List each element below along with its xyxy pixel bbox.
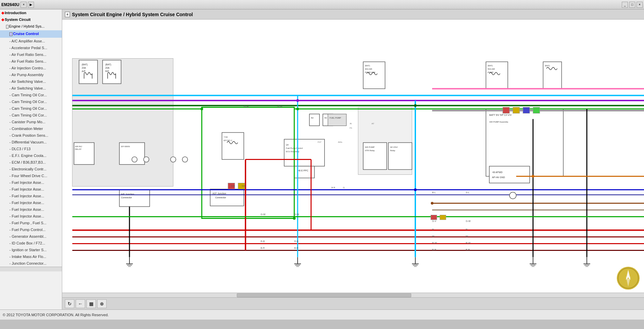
svg-text:55A AIR: 55A AIR (488, 68, 495, 70)
svg-rect-130 (533, 107, 540, 113)
window-minimize-button[interactable]: _ (622, 2, 628, 8)
status-bar: © 2012 TOYOTA MOTOR CORPORATION. All Rig… (0, 309, 644, 320)
sidebar-item-crank-position[interactable]: - Crank Position Sens... (0, 132, 62, 139)
sidebar-item-efi-engine[interactable]: - E.F.I. Engine Coola... (0, 152, 62, 159)
zoom-button[interactable]: ⊕ (97, 299, 107, 308)
forward-button[interactable]: ▶ (28, 2, 34, 8)
sidebar-scrollbar[interactable] (0, 267, 62, 271)
horizontal-scrollbar[interactable] (62, 293, 644, 297)
bottom-toolbar: ↻ ← ▦ ⊕ (62, 297, 644, 309)
sidebar-item-fuel-injector-3[interactable]: - Fuel Injector Asse... (0, 193, 62, 199)
svg-text:R-W: R-W (432, 242, 437, 244)
svg-text:Connector: Connector (215, 196, 226, 199)
sidebar-item-fuel-injector-5[interactable]: - Fuel Injector Asse... (0, 206, 62, 213)
sidebar-item-intake-mass-air[interactable]: - Intake Mass Air Flo... (0, 253, 62, 260)
svg-text:R: R (466, 228, 467, 231)
svg-point-115 (296, 108, 299, 110)
sidebar-item-fuel-injector-2[interactable]: - Fuel Injector Asse... (0, 186, 62, 193)
sidebar-item-air-fuel-ratio-2[interactable]: - Air Fuel Ratio Sens... (0, 58, 62, 65)
svg-rect-36 (328, 114, 346, 126)
sidebar-item-air-pump-assembly[interactable]: - Air Pump Assembly (0, 71, 62, 78)
svg-text:A37 Junction: A37 Junction (213, 192, 226, 195)
svg-text:AIR PUMP: AIR PUMP (365, 146, 375, 148)
refresh-button[interactable]: ↻ (65, 299, 74, 308)
svg-point-126 (182, 157, 188, 162)
window-maximize-button[interactable]: □ (629, 2, 635, 8)
svg-point-125 (171, 157, 176, 162)
sidebar-item-generator-assembly[interactable]: - Generator Assembl... (0, 233, 62, 240)
sidebar-item-accelerator-pedal[interactable]: - Accelerator Pedal S... (0, 44, 62, 51)
sidebar-item-fuel-injector-1[interactable]: - Fuel Injector Asse... (0, 179, 62, 186)
sidebar-item-fuel-pump-ctrl[interactable]: - Fuel Pump Control... (0, 226, 62, 233)
svg-text:20A: 20A (82, 67, 86, 69)
sidebar-item-electronically-ctrl[interactable]: - Electronically Contr... (0, 166, 62, 172)
svg-rect-28 (284, 139, 325, 166)
svg-text:A/P: A/P (82, 70, 86, 72)
svg-text:BATT  5/V  5/P  C/I  V/V: BATT 5/V 5/P C/I V/V (489, 114, 512, 116)
svg-text:R-B: R-B (294, 240, 298, 242)
svg-rect-133 (431, 215, 437, 220)
svg-point-117 (414, 104, 417, 107)
sidebar-item-ac-amplifier[interactable]: - A/C Amplifier Asse... (0, 38, 62, 44)
sidebar-item-combination-meter[interactable]: - Combination Meter (0, 125, 62, 132)
sidebar-item-fuel-injector-4[interactable]: - Fuel Injector Asse... (0, 199, 62, 206)
sidebar-item-id-code-box[interactable]: - ID Code Box / F72... (0, 240, 62, 246)
sidebar-item-cruise-control[interactable]: □Cruise Control (0, 30, 62, 38)
svg-text:B-R: B-R (466, 249, 470, 251)
svg-text:W: W (466, 235, 468, 237)
copyright-text: © 2012 TOYOTA MOTOR CORPORATION. All Rig… (3, 313, 109, 317)
sidebar-item-air-injection-ctrl[interactable]: - Air Injection Contro... (0, 65, 62, 71)
svg-point-122 (532, 175, 534, 178)
sidebar-item-air-switching-2[interactable]: - Air Switching Valve... (0, 85, 62, 92)
sidebar-item-dlc3-f13[interactable]: - DLC3 / F13 (0, 145, 62, 152)
sidebar-item-engine-hybrid[interactable]: -Engine / Hybrid Sys... (0, 23, 62, 30)
svg-text:(BAT): (BAT) (82, 63, 88, 66)
expand-icon[interactable]: + (65, 12, 70, 17)
close-button[interactable]: × (21, 2, 27, 8)
svg-text:A6 VSV/: A6 VSV/ (390, 146, 398, 148)
sidebar-item-cam-timing-3[interactable]: - Cam Timing Oil Cor... (0, 105, 62, 112)
content-header-title: System Circuit Engine / Hybrid System Cr… (72, 12, 193, 17)
svg-text:B-R: B-R (294, 247, 298, 249)
svg-text:FUEL PUMP: FUEL PUMP (330, 117, 341, 119)
svg-text:AIR INJ: AIR INJ (75, 145, 82, 147)
sidebar-item-cam-timing-1[interactable]: - Cam Timing Oil Cor... (0, 92, 62, 98)
svg-text:G-V: G-V (432, 220, 437, 222)
svg-text:R: R (432, 228, 434, 231)
back-button[interactable]: ← (76, 299, 85, 308)
svg-text:A/H+: A/H+ (338, 141, 343, 143)
svg-point-118 (414, 189, 417, 191)
sidebar-item-air-fuel-ratio-1[interactable]: - Air Fuel Ratio Sens... (0, 51, 62, 58)
svg-text:G-W: G-W (466, 220, 471, 222)
svg-text:G-W: G-W (261, 213, 266, 216)
sidebar-item-air-switching-1[interactable]: - Air Switching Valve... (0, 78, 62, 85)
svg-text:R-W: R-W (466, 242, 470, 244)
svg-point-119 (200, 108, 203, 110)
svg-point-135 (509, 192, 516, 199)
sidebar-item-ignition-starter[interactable]: - Ignition or Starter S... (0, 246, 62, 253)
sidebar-item-canister-pump[interactable]: - Canister Pump Mo... (0, 119, 62, 125)
sidebar-item-cam-timing-4[interactable]: - Cam Timing Oil Cor... (0, 112, 62, 119)
sidebar-item-cam-timing-2[interactable]: - Cam Timing Oil Cor... (0, 98, 62, 105)
sidebar-item-system-circuit[interactable]: ◆System Circuit (0, 16, 62, 23)
svg-point-124 (144, 157, 149, 162)
svg-text:W-B: W-B (331, 187, 335, 189)
sidebar-item-four-wheel-drive[interactable]: - Four Wheel Drive C... (0, 172, 62, 179)
sidebar-item-differential-vacuum[interactable]: - Differential Vacuum... (0, 139, 62, 145)
window-close-button[interactable]: × (637, 2, 643, 8)
sidebar-item-fuel-pump-fuel[interactable]: - Fuel Pump , Fuel S... (0, 220, 62, 226)
sidebar-item-ecm-b36[interactable]: - ECM / B36,B37,B3... (0, 159, 62, 166)
sidebar-item-fuel-injector-6[interactable]: - Fuel Injector Asse... (0, 213, 62, 220)
sidebar[interactable]: ◆Introduction◆System Circuit-Engine / Hy… (0, 9, 62, 309)
svg-text:B2: B2 (311, 117, 314, 119)
svg-text:B-R: B-R (432, 249, 436, 251)
title-bar-text: EM2640U (1, 2, 19, 7)
svg-text:G-W: G-W (277, 105, 282, 108)
svg-text:B-R: B-R (261, 247, 265, 249)
chart-button[interactable]: ▦ (86, 299, 96, 308)
sidebar-item-junction-connector[interactable]: - Junction Connector... (0, 260, 62, 267)
svg-text:A7: A7 (372, 123, 374, 125)
diagram-area[interactable]: (BAT) 20A A/P (BAT) 20A R/F AIR INJ RELA… (62, 20, 644, 293)
svg-text:F17: F17 (318, 141, 321, 143)
sidebar-item-introduction[interactable]: ◆Introduction (0, 9, 62, 16)
